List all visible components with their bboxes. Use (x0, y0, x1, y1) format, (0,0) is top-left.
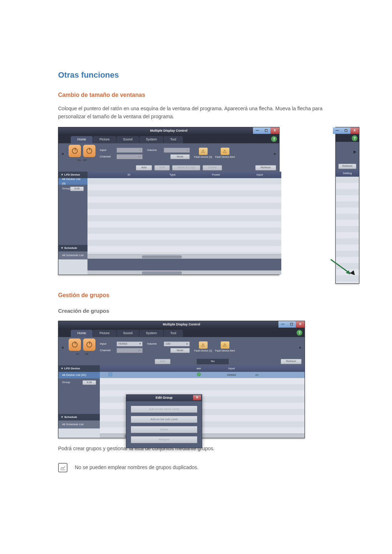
maximize-button[interactable]: ▢ (262, 127, 270, 134)
tab-home[interactable]: Home (71, 330, 93, 337)
input-dropdown[interactable]: HDMI2▾ (117, 341, 143, 346)
tab-picture[interactable]: Picture (93, 136, 116, 143)
row-input-value: HDMI2 (215, 373, 248, 377)
ribbon-prev-icon[interactable]: ◄ (61, 337, 64, 357)
ribbon-next-icon[interactable]: ► (273, 143, 277, 164)
subheading-resize: Cambio de tamaño de ventanas (58, 91, 334, 100)
power-off-button[interactable] (83, 338, 95, 351)
fault-alert-item[interactable]: ⚠ Fault Device Alert (215, 148, 235, 159)
rename-group-button[interactable]: Rename (131, 436, 197, 443)
col-power: Power (194, 173, 238, 177)
group-label: Group (62, 186, 70, 191)
tab-home[interactable]: Home (71, 136, 93, 143)
channel-stepper[interactable]: ▴▾ (117, 154, 143, 159)
close-button[interactable]: X (270, 127, 279, 134)
maximize-button[interactable]: ▢ (287, 321, 296, 328)
input-value: HDMI2 (118, 342, 127, 346)
volume-field[interactable]: ▸ (164, 148, 190, 153)
move-copy-button[interactable]: Move & Copy (172, 165, 200, 171)
edit-button[interactable]: Edit (154, 165, 170, 171)
scrollbar-horizontal-2[interactable] (87, 270, 281, 275)
col-input: Input (238, 173, 281, 177)
sidebar-all-list[interactable]: All Device List (0) (58, 178, 87, 185)
power-off-label: Off (83, 159, 86, 163)
refresh-button[interactable]: Refresh (255, 165, 276, 171)
tab-system[interactable]: System (139, 136, 163, 143)
scroll-thumb[interactable] (142, 271, 182, 274)
ribbon-next-icon[interactable]: ► (352, 148, 358, 156)
col-wer: wer (183, 366, 215, 371)
tab-picture[interactable]: Picture (93, 330, 116, 337)
schedule-list-area (58, 428, 100, 438)
fault-alert-item[interactable]: ⚠ Fault Device Alert (215, 341, 235, 353)
mute-button[interactable]: Mute (170, 154, 190, 159)
help-icon[interactable]: ? (352, 135, 358, 141)
minimize-button[interactable]: — (278, 321, 287, 328)
power-icon (72, 148, 78, 154)
add-sub-level-button[interactable]: Add on the sub Level (131, 416, 197, 423)
ribbon-next-icon[interactable]: ► (299, 337, 302, 357)
scroll-thumb[interactable] (142, 255, 182, 258)
fault-device-item[interactable]: ⚠ Fault Device (2) (194, 341, 212, 353)
ribbon-prev-icon[interactable]: ◄ (61, 143, 64, 164)
table-row[interactable]: HDMI2 21 (100, 372, 305, 378)
status-dot-icon (197, 373, 201, 376)
refresh-button[interactable]: Refresh (281, 359, 302, 364)
power-on-button[interactable] (69, 338, 81, 351)
refresh-button[interactable]: Refresh (338, 164, 356, 169)
window-title: Multiple Display Control (163, 322, 200, 327)
subheading-groups: Gestión de grupos (58, 291, 334, 300)
fault-device-item[interactable]: ⚠ Fault Device (0) (194, 148, 212, 159)
tab-tool[interactable]: Tool (164, 330, 183, 337)
volume-field[interactable]: 100▸ (164, 341, 190, 346)
group-edit-button[interactable]: Edit (70, 186, 84, 191)
minimize-button[interactable]: — (333, 127, 342, 134)
power-off-label: Off (85, 352, 88, 356)
ribbon-group-volume: Volume 100▸ Mute (147, 341, 190, 353)
close-button[interactable]: X (350, 127, 359, 134)
tab-sound[interactable]: Sound (117, 330, 139, 337)
tab-sound[interactable]: Sound (117, 136, 139, 143)
sidebar-section-schedule[interactable]: ▾Schedule (58, 245, 87, 251)
maximize-button[interactable]: ▢ (342, 127, 350, 134)
all-schedule-list[interactable]: All Schedule List (58, 251, 87, 259)
sidebar-section-schedule[interactable]: ▾Schedule (58, 414, 100, 420)
mute-button[interactable]: Mute (170, 348, 190, 353)
row-number: 21 (248, 373, 266, 377)
power-off-button[interactable] (83, 145, 95, 157)
group-edit-button[interactable]: Edit (82, 380, 96, 385)
paragraph-resize: Coloque el puntero del ratón en una esqu… (58, 105, 334, 120)
row-checkbox[interactable] (109, 373, 112, 376)
minimize-button[interactable]: — (253, 127, 262, 134)
col-setting: Setting (336, 170, 359, 177)
input-dropdown[interactable]: ▾ (117, 148, 143, 153)
scrollbar-horizontal[interactable] (87, 254, 281, 259)
power-on-button[interactable] (69, 145, 81, 157)
add-button[interactable]: Add (136, 165, 152, 171)
close-button[interactable]: X (296, 321, 305, 328)
delete-button[interactable]: Delete (203, 165, 222, 171)
app-window-main: Multiple Display Control — ▢ X ? Home Pi… (58, 127, 279, 275)
note-icon (58, 463, 68, 472)
all-schedule-list[interactable]: All Schedule List (58, 420, 100, 428)
titlebar: Multiple Display Control — ▢ X (58, 321, 305, 328)
window-controls: — ▢ X (278, 321, 305, 328)
group-label: Group (62, 380, 70, 385)
dialog-close-button[interactable]: X (193, 395, 201, 400)
volume-value: 100 (166, 342, 170, 346)
tab-tool[interactable]: Tool (164, 136, 183, 143)
tab-bar: Home Picture Sound System Tool (58, 328, 305, 337)
edit-group-dialog: Edit Group X Add on the same Level Add o… (126, 394, 202, 448)
add-same-level-button[interactable]: Add on the same Level (131, 406, 197, 413)
ribbon: ◄ On Off Input HDMI2▾ Channel ▴▾ (58, 337, 305, 357)
sidebar-schedule-label: Schedule (64, 415, 77, 419)
sidebar-section-lfd[interactable]: ▾LFD Device (58, 365, 100, 372)
ribbon: ◄ On Off (58, 143, 279, 164)
add-button[interactable]: Add (155, 359, 171, 364)
input-label: Input (100, 342, 115, 346)
fault-group: ⚠ Fault Device (0) ⚠ Fault Device Alert (194, 148, 235, 159)
sidebar-all-list[interactable]: All Device List (01) (58, 372, 100, 378)
delete-group-button[interactable]: Delete (131, 426, 197, 433)
channel-stepper[interactable]: ▴▾ (117, 348, 143, 353)
tab-system[interactable]: System (139, 330, 163, 337)
